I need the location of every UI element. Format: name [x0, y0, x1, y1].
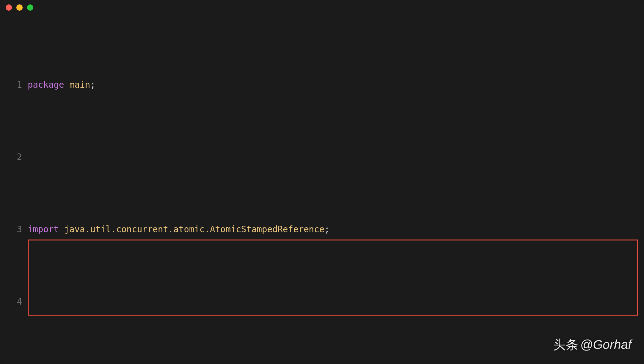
code-content: package main; — [28, 77, 644, 92]
watermark-handle: @Gorhaf — [580, 338, 631, 352]
line-number: 2 — [0, 150, 28, 164]
title-bar — [0, 0, 644, 13]
line-number: 3 — [0, 222, 28, 236]
watermark-prefix: 头条 — [553, 336, 578, 353]
code-content: import java.util.concurrent.atomic.Atomi… — [28, 222, 644, 236]
code-editor[interactable]: 1 package main; 2 3 import java.util.con… — [0, 13, 644, 364]
zoom-icon[interactable] — [27, 4, 33, 11]
line-number: 1 — [0, 77, 28, 92]
close-icon[interactable] — [6, 4, 12, 11]
code-line: 3 import java.util.concurrent.atomic.Ato… — [0, 222, 644, 236]
line-number: 4 — [0, 294, 28, 309]
code-line: 1 package main; — [0, 77, 644, 92]
watermark: 头条 @Gorhaf — [553, 336, 631, 353]
minimize-icon[interactable] — [16, 4, 23, 11]
code-line: 2 — [0, 150, 644, 164]
editor-window: 1 package main; 2 3 import java.util.con… — [0, 0, 644, 364]
code-line: 4 — [0, 294, 644, 309]
